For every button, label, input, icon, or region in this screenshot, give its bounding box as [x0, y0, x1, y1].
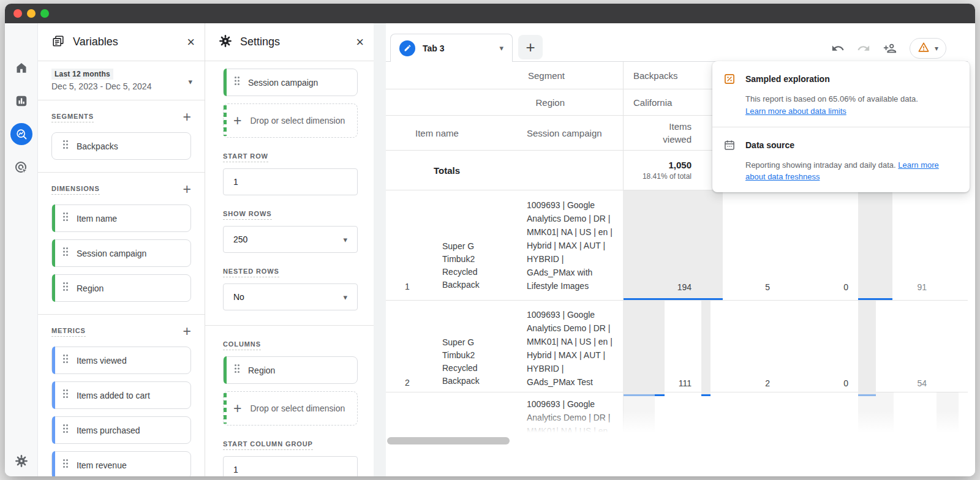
rows-drop-zone[interactable]: + Drop or select dimension — [223, 103, 358, 138]
tab-label: Tab 3 — [423, 43, 445, 53]
drag-handle-icon — [62, 212, 69, 225]
sampling-status-button[interactable]: ▾ — [910, 38, 946, 59]
rows-chip-session-campaign[interactable]: Session campaign — [223, 69, 358, 96]
warning-triangle-icon — [918, 42, 930, 55]
nav-advertising[interactable] — [5, 160, 38, 178]
nested-rows-value: No — [233, 292, 244, 302]
nav-admin[interactable] — [5, 454, 38, 470]
close-variables-icon[interactable]: × — [187, 36, 195, 49]
columns-chip-label: Region — [248, 364, 275, 377]
metric-value: 0 — [843, 282, 848, 292]
add-metric-icon[interactable]: + — [183, 324, 191, 339]
variables-panel: Variables × Last 12 months Dec 5, 2023 -… — [38, 23, 205, 476]
metric-value: 2 — [765, 378, 770, 388]
drag-handle-icon — [62, 282, 69, 294]
segments-section: SEGMENTS + Backpacks — [38, 100, 205, 173]
segments-label: SEGMENTS — [51, 113, 94, 122]
variables-icon — [51, 34, 65, 50]
nav-reports[interactable] — [5, 94, 38, 110]
region-header-label: Region — [386, 97, 623, 108]
nav-home[interactable] — [5, 61, 38, 77]
drag-handle-icon — [62, 459, 69, 471]
metric-chip-items-added-to-cart[interactable]: Items added to cart — [51, 381, 191, 409]
app-chrome: Variables × Last 12 months Dec 5, 2023 -… — [5, 23, 975, 476]
drag-handle-icon — [62, 389, 69, 402]
app-window: Variables × Last 12 months Dec 5, 2023 -… — [5, 4, 975, 476]
add-dimension-icon[interactable]: + — [183, 182, 191, 197]
metric-cell-items-added: 2 — [701, 301, 780, 396]
start-column-group-input[interactable] — [223, 456, 358, 476]
gear-icon — [219, 34, 232, 50]
bar-chart-icon — [15, 94, 28, 110]
macos-titlebar — [5, 4, 975, 23]
explore-icon — [10, 123, 32, 145]
cell-bar — [858, 301, 876, 396]
column-header-items-viewed[interactable]: Items viewed — [623, 116, 701, 150]
dimension-chip-label: Session campaign — [77, 247, 146, 260]
segment-chip-backpacks[interactable]: Backpacks — [51, 132, 191, 160]
calendar-icon — [723, 139, 745, 154]
add-tab-button[interactable]: + — [518, 35, 543, 59]
share-add-user-button[interactable] — [883, 42, 897, 55]
segment-value: Backpacks — [623, 62, 701, 89]
metric-value: 0 — [843, 378, 848, 388]
date-range-selector[interactable]: Last 12 months Dec 5, 2023 - Dec 5, 2024… — [38, 61, 205, 100]
add-segment-icon[interactable]: + — [183, 110, 191, 124]
drag-handle-icon — [62, 247, 69, 260]
nested-rows-select[interactable]: No ▾ — [223, 283, 358, 310]
fullscreen-window-button[interactable] — [40, 9, 49, 18]
start-row-input[interactable] — [223, 168, 358, 195]
dimension-chip-region[interactable]: Region — [51, 274, 191, 302]
columns-drop-zone[interactable]: + Drop or select dimension — [223, 391, 358, 426]
totals-items-viewed: 1,050 18.41% of total — [623, 151, 701, 190]
cell-bar — [624, 392, 655, 437]
metric-cell-item-revenue: 91 — [858, 190, 937, 300]
table-row[interactable]: 1 Super G Timbuk2 Recycled Backpack 1009… — [386, 190, 968, 301]
horizontal-scrollbar[interactable] — [387, 437, 510, 444]
region-value: California — [623, 89, 701, 115]
metrics-label: METRICS — [51, 327, 86, 337]
cell-bar — [937, 392, 959, 437]
chevron-down-icon: ▾ — [188, 77, 192, 86]
totals-value: 1,050 — [668, 160, 692, 170]
nested-rows-label: NESTED ROWS — [223, 268, 279, 277]
settings-panel: Settings × Session campaign + Drop or se… — [205, 23, 374, 476]
sampling-popup: Sampled exploration This report is based… — [712, 61, 970, 192]
columns-chip-region[interactable]: Region — [223, 356, 358, 384]
column-header-item-name[interactable]: Item name — [386, 128, 508, 138]
edit-pencil-icon — [399, 40, 415, 56]
columns-label: COLUMNS — [223, 340, 261, 350]
segment-chip-label: Backpacks — [77, 140, 118, 152]
screen: Variables × Last 12 months Dec 5, 2023 -… — [0, 0, 980, 480]
table-row[interactable]: 2 Super G Timbuk2 Recycled Backpack 1009… — [386, 301, 968, 392]
close-settings-icon[interactable]: × — [356, 36, 364, 49]
metric-cell — [858, 392, 937, 437]
metric-chip-items-viewed[interactable]: Items viewed — [51, 347, 191, 374]
undo-button[interactable] — [831, 42, 845, 55]
cell-bar — [858, 392, 894, 437]
metric-chip-label: Items viewed — [77, 354, 127, 367]
gear-icon — [15, 454, 28, 470]
tab-tab3[interactable]: Tab 3 ▾ — [390, 34, 513, 62]
data-limits-link[interactable]: Learn more about data limits — [745, 105, 846, 117]
metric-cell — [937, 392, 968, 437]
metric-chip-items-purchased[interactable]: Items purchased — [51, 416, 191, 444]
show-rows-select[interactable]: 250 ▾ — [223, 226, 358, 253]
totals-percent: 18.41% of total — [643, 172, 692, 181]
dimension-chip-item-name[interactable]: Item name — [51, 204, 191, 232]
metric-chip-item-revenue[interactable]: Item revenue — [51, 451, 191, 476]
show-rows-value: 250 — [233, 234, 247, 244]
metric-chip-label: Item revenue — [77, 459, 127, 471]
chevron-down-icon: ▾ — [343, 293, 347, 302]
metric-value: 54 — [917, 378, 927, 388]
data-source-section: Data source Reporting showing intraday a… — [712, 127, 970, 192]
nav-explore-active[interactable] — [5, 123, 38, 145]
minimize-window-button[interactable] — [27, 9, 36, 18]
column-header-session-campaign[interactable]: Session campaign — [508, 128, 623, 138]
close-window-button[interactable] — [13, 9, 22, 18]
start-row-label: START ROW — [223, 152, 268, 162]
drag-handle-icon — [62, 424, 69, 437]
dimension-chip-session-campaign[interactable]: Session campaign — [51, 239, 191, 267]
drag-handle-icon — [234, 76, 240, 89]
data-source-title: Data source — [745, 139, 956, 154]
